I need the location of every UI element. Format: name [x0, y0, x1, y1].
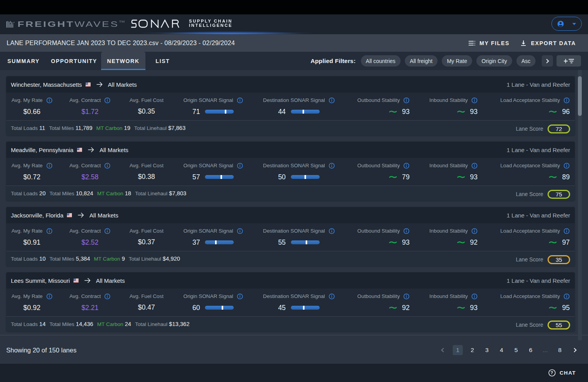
svg-text:?: ? [550, 370, 553, 375]
